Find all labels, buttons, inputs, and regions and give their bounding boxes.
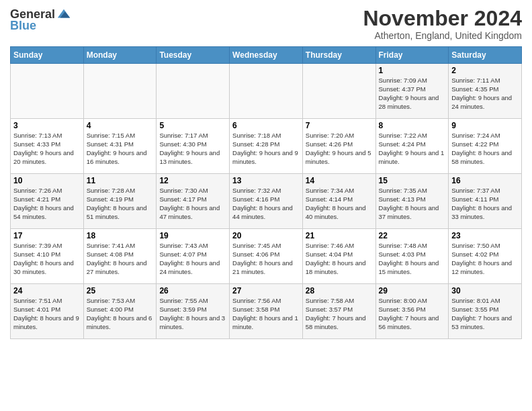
day-number: 9: [451, 121, 519, 130]
day-info: Sunrise: 7:11 AM Sunset: 4:35 PM Dayligh…: [451, 77, 519, 111]
calendar-cell: 10Sunrise: 7:26 AM Sunset: 4:21 PM Dayli…: [11, 174, 84, 229]
calendar-cell: 27Sunrise: 7:56 AM Sunset: 3:58 PM Dayli…: [230, 284, 303, 339]
logo: General Blue: [10, 7, 71, 33]
calendar-cell: 19Sunrise: 7:43 AM Sunset: 4:07 PM Dayli…: [157, 229, 230, 284]
header-row: SundayMondayTuesdayWednesdayThursdayFrid…: [11, 47, 522, 64]
header-day-tuesday: Tuesday: [157, 47, 230, 64]
calendar-cell: 16Sunrise: 7:37 AM Sunset: 4:11 PM Dayli…: [449, 174, 522, 229]
day-info: Sunrise: 7:13 AM Sunset: 4:33 PM Dayligh…: [13, 132, 81, 166]
calendar-cell: 18Sunrise: 7:41 AM Sunset: 4:08 PM Dayli…: [83, 229, 157, 284]
calendar-week-1: 1Sunrise: 7:09 AM Sunset: 4:37 PM Daylig…: [11, 64, 522, 119]
day-info: Sunrise: 7:46 AM Sunset: 4:04 PM Dayligh…: [306, 242, 373, 276]
page: General Blue November 2024 Atherton, Eng…: [0, 0, 532, 411]
calendar-cell: 8Sunrise: 7:22 AM Sunset: 4:24 PM Daylig…: [375, 119, 449, 174]
calendar-week-2: 3Sunrise: 7:13 AM Sunset: 4:33 PM Daylig…: [11, 119, 522, 174]
day-info: Sunrise: 7:39 AM Sunset: 4:10 PM Dayligh…: [13, 242, 81, 276]
day-info: Sunrise: 7:34 AM Sunset: 4:14 PM Dayligh…: [306, 187, 373, 221]
day-info: Sunrise: 7:58 AM Sunset: 3:57 PM Dayligh…: [306, 297, 373, 331]
calendar-cell: 22Sunrise: 7:48 AM Sunset: 4:03 PM Dayli…: [375, 229, 449, 284]
day-info: Sunrise: 7:32 AM Sunset: 4:16 PM Dayligh…: [232, 187, 300, 221]
header-day-saturday: Saturday: [449, 47, 522, 64]
logo-icon: [56, 7, 71, 21]
calendar-week-3: 10Sunrise: 7:26 AM Sunset: 4:21 PM Dayli…: [11, 174, 522, 229]
day-number: 21: [306, 231, 373, 240]
calendar-cell: 7Sunrise: 7:20 AM Sunset: 4:26 PM Daylig…: [302, 119, 375, 174]
day-number: 5: [159, 121, 226, 130]
day-info: Sunrise: 7:22 AM Sunset: 4:24 PM Dayligh…: [379, 132, 446, 166]
day-number: 12: [159, 176, 226, 185]
day-info: Sunrise: 7:53 AM Sunset: 4:00 PM Dayligh…: [87, 297, 154, 331]
day-info: Sunrise: 7:41 AM Sunset: 4:08 PM Dayligh…: [87, 242, 154, 276]
day-info: Sunrise: 7:24 AM Sunset: 4:22 PM Dayligh…: [451, 132, 519, 166]
calendar: SundayMondayTuesdayWednesdayThursdayFrid…: [10, 46, 522, 339]
day-number: 17: [13, 231, 81, 240]
calendar-cell: 5Sunrise: 7:17 AM Sunset: 4:30 PM Daylig…: [157, 119, 230, 174]
calendar-cell: 3Sunrise: 7:13 AM Sunset: 4:33 PM Daylig…: [11, 119, 84, 174]
day-number: 22: [379, 231, 446, 240]
day-number: 10: [13, 176, 81, 185]
header-day-thursday: Thursday: [302, 47, 375, 64]
calendar-cell: [302, 64, 375, 119]
day-number: 6: [232, 121, 300, 130]
day-info: Sunrise: 7:55 AM Sunset: 3:59 PM Dayligh…: [159, 297, 226, 331]
calendar-cell: 4Sunrise: 7:15 AM Sunset: 4:31 PM Daylig…: [83, 119, 157, 174]
calendar-cell: 30Sunrise: 8:01 AM Sunset: 3:55 PM Dayli…: [449, 284, 522, 339]
calendar-week-5: 24Sunrise: 7:51 AM Sunset: 4:01 PM Dayli…: [11, 284, 522, 339]
calendar-cell: 24Sunrise: 7:51 AM Sunset: 4:01 PM Dayli…: [11, 284, 84, 339]
calendar-cell: 17Sunrise: 7:39 AM Sunset: 4:10 PM Dayli…: [11, 229, 84, 284]
day-info: Sunrise: 7:37 AM Sunset: 4:11 PM Dayligh…: [451, 187, 519, 221]
day-info: Sunrise: 7:09 AM Sunset: 4:37 PM Dayligh…: [379, 77, 446, 111]
day-number: 29: [379, 286, 446, 295]
day-number: 28: [306, 286, 373, 295]
day-number: 13: [232, 176, 300, 185]
calendar-cell: 20Sunrise: 7:45 AM Sunset: 4:06 PM Dayli…: [230, 229, 303, 284]
calendar-cell: 9Sunrise: 7:24 AM Sunset: 4:22 PM Daylig…: [449, 119, 522, 174]
calendar-cell: 12Sunrise: 7:30 AM Sunset: 4:17 PM Dayli…: [157, 174, 230, 229]
header-day-sunday: Sunday: [11, 47, 84, 64]
day-info: Sunrise: 7:26 AM Sunset: 4:21 PM Dayligh…: [13, 187, 81, 221]
calendar-header: SundayMondayTuesdayWednesdayThursdayFrid…: [11, 47, 522, 64]
day-number: 1: [379, 66, 446, 75]
day-number: 26: [159, 286, 226, 295]
calendar-cell: 14Sunrise: 7:34 AM Sunset: 4:14 PM Dayli…: [302, 174, 375, 229]
day-number: 11: [87, 176, 154, 185]
main-title: November 2024: [363, 7, 522, 30]
day-number: 23: [451, 231, 519, 240]
calendar-body: 1Sunrise: 7:09 AM Sunset: 4:37 PM Daylig…: [11, 64, 522, 339]
calendar-cell: [11, 64, 84, 119]
calendar-cell: 6Sunrise: 7:18 AM Sunset: 4:28 PM Daylig…: [230, 119, 303, 174]
calendar-cell: 29Sunrise: 8:00 AM Sunset: 3:56 PM Dayli…: [375, 284, 449, 339]
calendar-cell: 25Sunrise: 7:53 AM Sunset: 4:00 PM Dayli…: [83, 284, 157, 339]
title-block: November 2024 Atherton, England, United …: [363, 7, 522, 41]
header-day-monday: Monday: [83, 47, 157, 64]
day-number: 7: [306, 121, 373, 130]
calendar-cell: 2Sunrise: 7:11 AM Sunset: 4:35 PM Daylig…: [449, 64, 522, 119]
day-info: Sunrise: 7:48 AM Sunset: 4:03 PM Dayligh…: [379, 242, 446, 276]
day-info: Sunrise: 7:20 AM Sunset: 4:26 PM Dayligh…: [306, 132, 373, 166]
calendar-cell: [83, 64, 157, 119]
calendar-cell: 26Sunrise: 7:55 AM Sunset: 3:59 PM Dayli…: [157, 284, 230, 339]
calendar-cell: 11Sunrise: 7:28 AM Sunset: 4:19 PM Dayli…: [83, 174, 157, 229]
day-number: 18: [87, 231, 154, 240]
day-number: 30: [451, 286, 519, 295]
day-number: 15: [379, 176, 446, 185]
calendar-cell: 1Sunrise: 7:09 AM Sunset: 4:37 PM Daylig…: [375, 64, 449, 119]
day-number: 14: [306, 176, 373, 185]
day-number: 3: [13, 121, 81, 130]
calendar-cell: 23Sunrise: 7:50 AM Sunset: 4:02 PM Dayli…: [449, 229, 522, 284]
day-info: Sunrise: 7:18 AM Sunset: 4:28 PM Dayligh…: [232, 132, 300, 166]
day-info: Sunrise: 7:17 AM Sunset: 4:30 PM Dayligh…: [159, 132, 226, 166]
day-number: 16: [451, 176, 519, 185]
day-info: Sunrise: 7:51 AM Sunset: 4:01 PM Dayligh…: [13, 297, 81, 331]
day-number: 24: [13, 286, 81, 295]
day-info: Sunrise: 7:15 AM Sunset: 4:31 PM Dayligh…: [87, 132, 154, 166]
day-info: Sunrise: 7:35 AM Sunset: 4:13 PM Dayligh…: [379, 187, 446, 221]
calendar-cell: 13Sunrise: 7:32 AM Sunset: 4:16 PM Dayli…: [230, 174, 303, 229]
day-info: Sunrise: 7:28 AM Sunset: 4:19 PM Dayligh…: [87, 187, 154, 221]
day-info: Sunrise: 7:50 AM Sunset: 4:02 PM Dayligh…: [451, 242, 519, 276]
day-info: Sunrise: 7:45 AM Sunset: 4:06 PM Dayligh…: [232, 242, 300, 276]
logo-blue-text: Blue: [10, 19, 36, 33]
day-number: 4: [87, 121, 154, 130]
day-info: Sunrise: 7:43 AM Sunset: 4:07 PM Dayligh…: [159, 242, 226, 276]
calendar-cell: [157, 64, 230, 119]
